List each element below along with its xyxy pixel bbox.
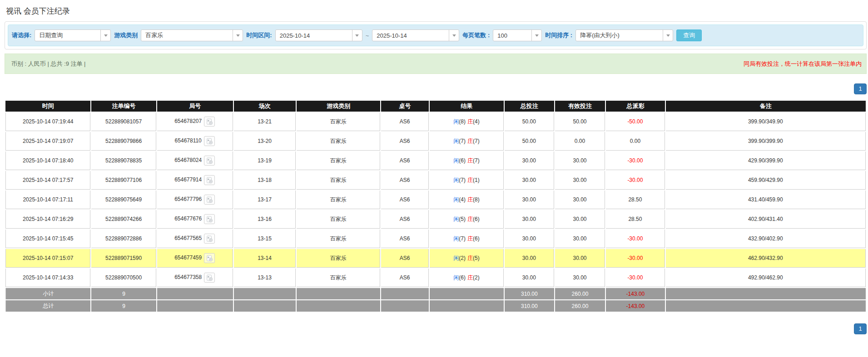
table-row[interactable]: 2025-10-14 07:19:44 522889081057 6546782… [5, 112, 866, 131]
total-bet-link[interactable]: 30.00 [505, 249, 554, 268]
player-result: 闲 [453, 138, 459, 144]
note-cell: 462.90/432.90 [666, 249, 866, 268]
game-type-select[interactable]: 百家乐 [141, 29, 243, 41]
chevron-down-icon [449, 30, 459, 41]
date-from-select[interactable]: 2025-10-14 [275, 29, 362, 41]
subtotal-payout: -143.00 [606, 288, 665, 299]
result-cell: 闲(5)庄(6) [430, 210, 504, 229]
table-row[interactable]: 2025-10-14 07:15:45 522889072886 6546775… [5, 230, 866, 248]
note-cell: 431.40/459.90 [666, 191, 866, 209]
total-bet-link[interactable]: 50.00 [505, 112, 554, 131]
table-row[interactable]: 2025-10-14 07:15:07 522889071590 6546774… [5, 249, 866, 268]
page-1-button[interactable]: 1 [854, 83, 867, 94]
round-id: 654677459 [174, 254, 202, 261]
currency-summary-text: 币别 : 人民币 | 总共 :9 注单 | [11, 60, 86, 68]
table-no-cell: AS6 [381, 171, 429, 190]
subtotal-valid-bet: 260.00 [555, 288, 605, 299]
total-bet-link[interactable]: 30.00 [505, 210, 554, 229]
header-time: 时间 [5, 101, 90, 112]
search-button[interactable]: 查询 [676, 29, 702, 41]
total-bet-link[interactable]: 30.00 [505, 230, 554, 248]
round-cell: 654678024 [157, 152, 233, 170]
game-type-cell: 百家乐 [297, 152, 380, 170]
table-no-cell: AS6 [381, 112, 429, 131]
session-cell: 13-19 [234, 152, 296, 170]
chevron-down-icon [663, 30, 673, 41]
player-count: (7) [459, 177, 466, 183]
player-count: (6) [459, 157, 466, 164]
page-size-label: 每页笔数 : [462, 31, 490, 39]
round-cell: 654677676 [157, 210, 233, 229]
player-result: 闲 [453, 196, 459, 203]
table-no-cell: AS6 [381, 210, 429, 229]
video-replay-icon[interactable] [204, 195, 215, 205]
banker-result: 庄 [467, 196, 473, 203]
table-row[interactable]: 2025-10-14 07:18:40 522889078835 6546780… [5, 152, 866, 170]
round-cell: 654678207 [157, 112, 233, 131]
payout-cell: 0.00 [606, 132, 665, 151]
time-cell: 2025-10-14 07:15:07 [5, 249, 90, 268]
table-row[interactable]: 2025-10-14 07:17:11 522889075649 6546777… [5, 191, 866, 209]
video-replay-icon[interactable] [204, 273, 215, 283]
round-id: 654677358 [174, 274, 202, 280]
empty-cell [430, 300, 504, 312]
video-replay-icon[interactable] [204, 175, 215, 185]
player-result: 闲 [453, 177, 459, 183]
total-bet-link[interactable]: 30.00 [505, 191, 554, 209]
session-cell: 13-14 [234, 249, 296, 268]
payout-cell: 28.50 [606, 210, 665, 229]
empty-cell [666, 300, 866, 312]
empty-cell [234, 300, 296, 312]
summary-bar: 币别 : 人民币 | 总共 :9 注单 | 同局有效投注，统一计算在该局第一张注… [5, 54, 867, 74]
time-cell: 2025-10-14 07:19:07 [5, 132, 90, 151]
player-count: (8) [459, 118, 466, 125]
query-type-select[interactable]: 日期查询 [35, 29, 111, 41]
video-replay-icon[interactable] [204, 117, 215, 127]
valid-bet-note: 同局有效投注，统一计算在该局第一张注单内 [744, 60, 862, 68]
time-cell: 2025-10-14 07:14:33 [5, 269, 90, 287]
page-1-button[interactable]: 1 [854, 323, 867, 334]
table-no-cell: AS6 [381, 191, 429, 209]
page-size-select[interactable]: 100 [493, 29, 542, 41]
time-cell: 2025-10-14 07:16:29 [5, 210, 90, 229]
chevron-down-icon [531, 30, 541, 41]
banker-count: (6) [473, 235, 480, 242]
valid-bet-cell: 30.00 [555, 191, 605, 209]
session-cell: 13-21 [234, 112, 296, 131]
game-type-cell: 百家乐 [297, 249, 380, 268]
video-replay-icon[interactable] [204, 136, 215, 146]
total-bet-link[interactable]: 30.00 [505, 269, 554, 287]
sort-order-select[interactable]: 降幂(由大到小) [575, 29, 673, 41]
total-row: 总计 9 310.00 260.00 -143.00 [5, 300, 866, 312]
video-replay-icon[interactable] [204, 253, 215, 263]
date-to-select[interactable]: 2025-10-14 [372, 29, 459, 41]
header-valid-bet: 有效投注 [555, 101, 605, 112]
player-count: (7) [459, 235, 466, 242]
bet-id-cell: 522889071590 [91, 249, 156, 268]
table-row[interactable]: 2025-10-14 07:19:07 522889079866 6546781… [5, 132, 866, 151]
table-row[interactable]: 2025-10-14 07:16:29 522889074266 6546776… [5, 210, 866, 229]
banker-count: (1) [473, 177, 480, 183]
note-cell: 492.90/462.90 [666, 269, 866, 287]
table-row[interactable]: 2025-10-14 07:17:57 522889077106 6546779… [5, 171, 866, 190]
total-bet-link[interactable]: 30.00 [505, 152, 554, 170]
valid-bet-cell: 30.00 [555, 230, 605, 248]
video-replay-icon[interactable] [204, 214, 215, 224]
valid-bet-cell: 50.00 [555, 112, 605, 131]
sort-order-value: 降幂(由大到小) [576, 30, 663, 41]
date-to-value: 2025-10-14 [372, 30, 449, 41]
table-no-cell: AS6 [381, 152, 429, 170]
empty-cell [381, 300, 429, 312]
total-count: 9 [91, 300, 156, 312]
header-payout: 总派彩 [606, 101, 665, 112]
total-bet-link[interactable]: 30.00 [505, 171, 554, 190]
bet-id-cell: 522889070500 [91, 269, 156, 287]
valid-bet-cell: 30.00 [555, 171, 605, 190]
player-result: 闲 [453, 255, 459, 261]
chevron-down-icon [352, 30, 362, 41]
total-bet-link[interactable]: 50.00 [505, 132, 554, 151]
video-replay-icon[interactable] [204, 234, 215, 244]
table-row[interactable]: 2025-10-14 07:14:33 522889070500 6546773… [5, 269, 866, 287]
video-replay-icon[interactable] [204, 156, 215, 166]
note-cell: 399.90/349.90 [666, 112, 866, 131]
